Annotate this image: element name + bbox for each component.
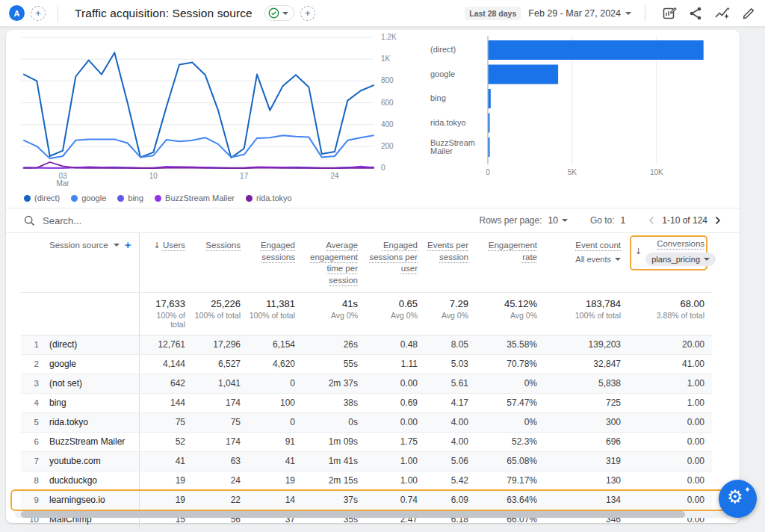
add-segment-button[interactable]: + [31,6,46,21]
table-header-row: Session source + ↓ Users Sessions Engage… [21,233,712,293]
metric-cell: 6.09 [425,491,476,510]
avatar[interactable]: A [9,5,25,21]
totals-engagement-rate: 45.12%Avg 0% [476,293,545,335]
y-axis-tick-label: 1K [381,55,391,63]
metric-cell: 0.00 [628,471,712,490]
add-comparison-button[interactable]: + [300,6,315,21]
goto-page-input[interactable]: 1 [621,215,626,226]
metric-cell: 41 [248,452,303,471]
column-header-avg-engagement-time[interactable]: Average engagement time per session [303,233,365,292]
column-label[interactable]: Engaged sessions per user [369,241,418,273]
chevron-down-icon [625,12,631,15]
rows-per-page-value: 10 [548,215,558,226]
column-header-sessions[interactable]: Sessions [193,233,248,292]
pagination-controls: Rows per page: 10 Go to: 1 1-10 of 124 [480,215,722,226]
metric-cell: 725 [545,394,628,412]
legend-item-BuzzStream Mailer: BuzzStream Mailer [155,194,235,202]
date-range-selector[interactable]: Feb 29 - Mar 27, 2024 [528,8,631,19]
totals-conversions: 68.003.88% of total [628,293,712,335]
topbar-actions [662,6,756,21]
event-count-filter-select[interactable]: All events [575,254,621,265]
row-number: 8 [21,471,49,490]
totals-events-per-session: 7.29Avg 0% [425,293,476,335]
insights-icon[interactable] [714,6,730,21]
x-axis-tick-label: 10K [650,168,663,176]
column-header-conversions[interactable]: ↓ Conversions plans_pricing [628,233,712,292]
column-label[interactable]: Events per session [427,241,468,262]
metric-cell: 20.00 [628,335,712,354]
edit-comparisons-icon[interactable] [662,6,677,21]
bar-bing [489,89,491,108]
row-number: 9 [21,491,49,510]
column-header-users[interactable]: ↓ Users [139,233,193,292]
users-by-source-bar-chart: 05K10K(direct)googlebingrida.tokyoBuzzSt… [415,31,737,188]
bar-label-BuzzStream Mailer: BuzzStreamMailer [430,138,475,155]
metric-cell: 6,154 [248,335,303,354]
bar-label-(direct): (direct) [430,45,456,54]
chevron-down-icon [704,258,710,261]
legend-item-bing: bing [117,194,143,202]
metric-cell: 1.11 [365,355,425,374]
metric-cell: 8.05 [425,335,476,354]
column-label[interactable]: Users [163,241,185,250]
metric-cell: 0% [476,413,545,432]
metric-cell: 1.00 [365,452,425,471]
column-header-event-count[interactable]: Event count All events [545,233,628,292]
next-page-button[interactable] [713,216,722,225]
row-number: 2 [21,355,49,374]
conversions-filter-select[interactable]: plans_pricing [645,253,716,267]
metric-cell: 57.47% [476,394,545,412]
metric-cell: 0s [303,413,365,432]
legend-item-google: google [71,194,106,202]
bar-rida.tokyo [489,114,490,133]
column-label[interactable]: Engaged sessions [261,241,295,262]
column-header-engaged-sessions-per-user[interactable]: Engaged sessions per user [365,233,425,292]
horizontal-scrollbar-track[interactable] [15,511,729,518]
column-header-events-per-session[interactable]: Events per session [425,233,476,292]
session-source-cell: (direct) [49,335,139,354]
legend-item-rida.tokyo: rida.tokyo [246,194,292,202]
metric-cell: 75 [193,413,248,432]
bar-label-rida.tokyo: rida.tokyo [430,118,466,127]
column-label[interactable]: Engagement rate [489,241,537,262]
column-label[interactable]: Event count [575,241,621,250]
metric-cell: 0.00 [365,413,425,432]
metric-cell: 1m 09s [303,433,365,451]
insights-fab-button[interactable]: ⚙ ✦ [719,480,757,518]
previous-page-button[interactable] [648,216,656,225]
metric-cell: 0.00 [365,374,425,393]
metric-cell: 1,041 [193,374,248,393]
column-label[interactable]: Sessions [205,241,241,250]
metric-cell: 0.74 [365,491,425,510]
column-label[interactable]: Average engagement time per session [310,241,358,285]
metric-cell: 0.48 [365,335,425,354]
dimension-header[interactable]: Session source + [49,233,139,292]
table-row-BuzzStream Mailer: 6BuzzStream Mailer52174911m 09s1.754.005… [21,433,712,452]
session-source-cell: google [49,355,139,374]
metric-cell: 1.00 [365,471,425,490]
metric-cell: 5,838 [545,374,628,393]
metric-check-pill[interactable] [264,5,294,21]
column-label[interactable]: Conversions [657,238,704,250]
metric-cell: 5.06 [425,452,476,471]
chart-legend: (direct)googlebingBuzzStream Mailerrida.… [6,188,740,208]
y-axis-tick-label: 0 [381,164,385,172]
page-range-label: 1-10 of 124 [662,215,707,226]
legend-dot-icon [155,195,161,202]
topbar-right-cluster: Last 28 days Feb 29 - Mar 27, 2024 [465,5,756,22]
column-header-engaged-sessions[interactable]: Engaged sessions [248,233,303,292]
totals-engaged-sessions-per-user: 0.65Avg 0% [365,293,425,335]
rows-per-page-select[interactable]: 10 [548,215,568,226]
table-row-duckduckgo: 8duckduckgo1924192m 15s1.005.4279.17%130… [21,471,712,491]
metric-cell: 52.3% [476,433,545,451]
add-dimension-button[interactable]: + [125,240,131,250]
share-icon[interactable] [689,6,702,21]
y-axis-tick-label: 600 [381,99,394,107]
sparkle-icon: ✦ [744,485,751,495]
column-header-engagement-rate[interactable]: Engagement rate [476,233,545,292]
metric-cell: 0.69 [365,394,425,412]
search-input[interactable] [43,215,207,226]
edit-pencil-icon[interactable] [742,6,756,20]
totals-avg-engagement-time: 41sAvg 0% [303,293,365,335]
horizontal-scrollbar-thumb[interactable] [21,511,685,518]
